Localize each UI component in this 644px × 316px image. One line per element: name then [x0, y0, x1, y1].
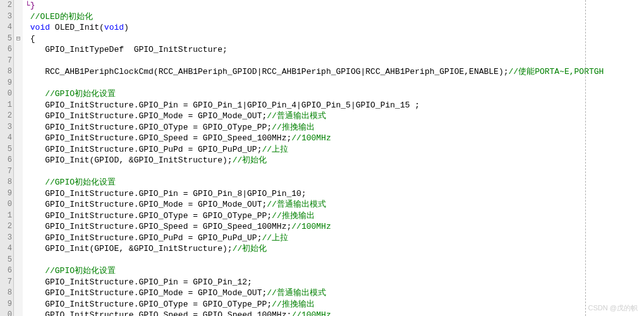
line-number: 5 [0, 144, 14, 155]
fold-gutter [14, 221, 23, 233]
fold-gutter[interactable]: ⊟ [14, 33, 23, 45]
code-line[interactable]: 1 GPIO_InitStructure.GPIO_Pin = GPIO_Pin… [0, 100, 644, 111]
line-number: 7 [0, 56, 14, 67]
fold-gutter [14, 100, 23, 111]
code-content[interactable]: GPIO_InitStructure.GPIO_Pin = GPIO_Pin_8… [23, 188, 307, 200]
fold-gutter [14, 177, 23, 188]
line-number: 4 [0, 22, 14, 33]
line-number: 2 [0, 221, 14, 233]
line-number: 4 [0, 243, 14, 255]
code-content[interactable]: { [23, 33, 35, 45]
code-content[interactable]: //GPIO初始化设置 [23, 88, 116, 100]
fold-gutter [14, 155, 23, 166]
code-content[interactable] [23, 56, 25, 67]
code-content[interactable] [23, 166, 25, 178]
code-content[interactable]: RCC_AHB1PeriphClockCmd(RCC_AHB1Periph_GP… [23, 66, 604, 78]
code-editor[interactable]: 2└}3 //OLED的初始化4 void OLED_Init(void)5⊟ … [0, 0, 644, 316]
code-line[interactable]: 2 GPIO_InitStructure.GPIO_Mode = GPIO_Mo… [0, 111, 644, 122]
code-content[interactable]: GPIO_InitStructure.GPIO_Pin = GPIO_Pin_1… [23, 277, 252, 288]
code-content[interactable]: GPIO_InitStructure.GPIO_Pin = GPIO_Pin_1… [23, 100, 420, 111]
code-content[interactable]: GPIO_InitStructure.GPIO_PuPd = GPIO_PuPd… [23, 233, 288, 244]
code-line[interactable]: 5 GPIO_InitStructure.GPIO_PuPd = GPIO_Pu… [0, 144, 644, 155]
code-line[interactable]: 3 GPIO_InitStructure.GPIO_OType = GPIO_O… [0, 122, 644, 133]
code-content[interactable]: GPIO_InitStructure.GPIO_Speed = GPIO_Spe… [23, 221, 331, 233]
code-line[interactable]: 0 //GPIO初始化设置 [0, 88, 644, 100]
code-content[interactable]: GPIO_InitStructure.GPIO_Mode = GPIO_Mode… [23, 199, 326, 210]
line-number: 3 [0, 122, 14, 133]
code-content[interactable]: GPIO_InitStructure.GPIO_Speed = GPIO_Spe… [23, 133, 331, 144]
code-line[interactable]: 6 GPIO_Init(GPIOD, &GPIO_InitStructure);… [0, 155, 644, 166]
fold-gutter [14, 44, 23, 56]
line-number: 5 [0, 33, 14, 45]
code-line[interactable]: 4 GPIO_Init(GPIOE, &GPIO_InitStructure);… [0, 243, 644, 255]
code-content[interactable]: GPIO_InitStructure.GPIO_OType = GPIO_OTy… [23, 299, 315, 310]
code-line[interactable]: 2 GPIO_InitStructure.GPIO_Speed = GPIO_S… [0, 221, 644, 233]
line-number: 0 [0, 88, 14, 100]
code-line[interactable]: 5⊟ { [0, 33, 644, 45]
fold-gutter [14, 56, 23, 67]
code-content[interactable] [23, 78, 25, 89]
fold-gutter [14, 243, 23, 255]
code-line[interactable]: 5 [0, 255, 644, 266]
fold-gutter [14, 233, 23, 244]
code-line[interactable]: 2└} [0, 0, 644, 11]
code-content[interactable]: GPIO_Init(GPIOD, &GPIO_InitStructure);//… [23, 155, 267, 166]
code-line[interactable]: 3 GPIO_InitStructure.GPIO_PuPd = GPIO_Pu… [0, 233, 644, 244]
line-number: 7 [0, 277, 14, 288]
code-content[interactable]: GPIO_InitStructure.GPIO_PuPd = GPIO_PuPd… [23, 144, 288, 155]
watermark: CSDN @戊的帜 [588, 303, 638, 314]
code-line[interactable]: 8 GPIO_InitStructure.GPIO_Mode = GPIO_Mo… [0, 288, 644, 299]
code-line[interactable]: 8 //GPIO初始化设置 [0, 177, 644, 188]
fold-gutter [14, 122, 23, 133]
line-number: 1 [0, 100, 14, 111]
code-line[interactable]: 9 GPIO_InitStructure.GPIO_Pin = GPIO_Pin… [0, 188, 644, 200]
code-content[interactable] [23, 255, 25, 266]
line-number: 6 [0, 265, 14, 277]
line-number: 9 [0, 299, 14, 310]
code-content[interactable]: GPIO_InitStructure.GPIO_OType = GPIO_OTy… [23, 122, 315, 133]
line-number: 7 [0, 166, 14, 178]
code-line[interactable]: 7 GPIO_InitStructure.GPIO_Pin = GPIO_Pin… [0, 277, 644, 288]
code-content[interactable]: void OLED_Init(void) [23, 22, 129, 33]
code-content[interactable]: GPIO_InitStructure.GPIO_Mode = GPIO_Mode… [23, 288, 326, 299]
fold-gutter [14, 188, 23, 200]
code-content[interactable]: //OLED的初始化 [23, 11, 93, 23]
fold-gutter [14, 88, 23, 100]
line-number: 2 [0, 111, 14, 122]
fold-gutter [14, 133, 23, 144]
code-line[interactable]: 4 void OLED_Init(void) [0, 22, 644, 33]
code-line[interactable]: 1 GPIO_InitStructure.GPIO_OType = GPIO_O… [0, 210, 644, 222]
code-line[interactable]: 0 GPIO_InitStructure.GPIO_Speed = GPIO_S… [0, 310, 644, 316]
line-number: 3 [0, 11, 14, 23]
code-line[interactable]: 6 //GPIO初始化设置 [0, 265, 644, 277]
code-content[interactable]: GPIO_InitTypeDef GPIO_InitStructure; [23, 44, 228, 56]
fold-gutter [14, 265, 23, 277]
code-line[interactable]: 9 GPIO_InitStructure.GPIO_OType = GPIO_O… [0, 299, 644, 310]
code-content[interactable]: //GPIO初始化设置 [23, 177, 116, 188]
code-content[interactable]: GPIO_InitStructure.GPIO_Mode = GPIO_Mode… [23, 111, 326, 122]
line-number: 9 [0, 78, 14, 89]
line-number: 3 [0, 233, 14, 244]
code-content[interactable]: //GPIO初始化设置 [23, 265, 116, 277]
code-line[interactable]: 9 [0, 78, 644, 89]
line-number: 0 [0, 199, 14, 210]
fold-gutter [14, 277, 23, 288]
code-line[interactable]: 8 RCC_AHB1PeriphClockCmd(RCC_AHB1Periph_… [0, 66, 644, 78]
fold-gutter [14, 66, 23, 78]
code-content[interactable]: └} [23, 0, 35, 11]
code-line[interactable]: 0 GPIO_InitStructure.GPIO_Mode = GPIO_Mo… [0, 199, 644, 210]
line-number: 1 [0, 210, 14, 222]
fold-gutter [14, 22, 23, 33]
code-line[interactable]: 4 GPIO_InitStructure.GPIO_Speed = GPIO_S… [0, 133, 644, 144]
line-number: 8 [0, 288, 14, 299]
line-number: 5 [0, 255, 14, 266]
code-line[interactable]: 6 GPIO_InitTypeDef GPIO_InitStructure; [0, 44, 644, 56]
code-content[interactable]: GPIO_InitStructure.GPIO_OType = GPIO_OTy… [23, 210, 315, 222]
code-line[interactable]: 3 //OLED的初始化 [0, 11, 644, 23]
code-content[interactable]: GPIO_Init(GPIOE, &GPIO_InitStructure);//… [23, 243, 267, 255]
code-line[interactable]: 7 [0, 56, 644, 67]
line-number: 2 [0, 0, 14, 11]
code-content[interactable]: GPIO_InitStructure.GPIO_Speed = GPIO_Spe… [23, 310, 331, 316]
fold-gutter [14, 255, 23, 266]
code-line[interactable]: 7 [0, 166, 644, 178]
